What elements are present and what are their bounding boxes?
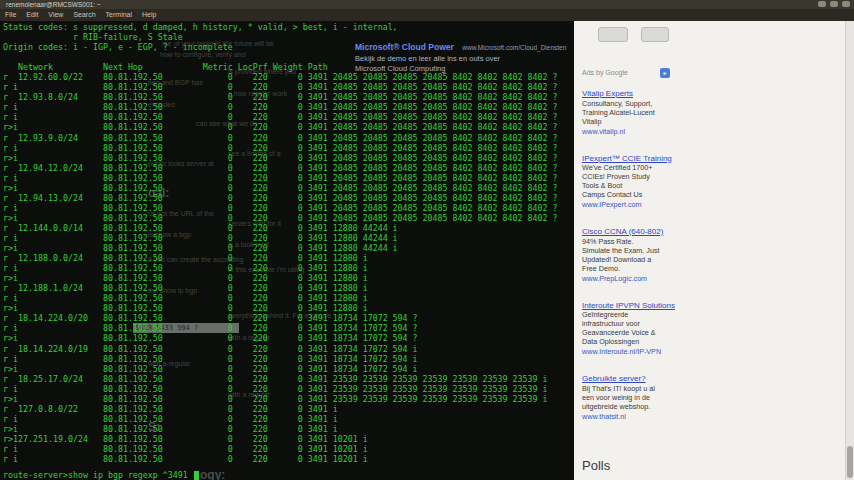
menu-bar: FileEditViewSearchTerminalHelp — [0, 9, 854, 21]
ad-block: IPexpert™ CCIE TrainingWe've Certified 1… — [582, 154, 694, 210]
ad-text: Consultancy, Support, — [582, 99, 694, 108]
ad-text: Geavanceerde Voice & — [582, 328, 694, 337]
ad-text: Simulate the Exam. Just — [582, 246, 694, 255]
ad-text: Camps Contact Us — [582, 190, 694, 199]
ad-text: Data Oplossingen — [582, 337, 694, 346]
terminal-body[interactable]: Status codes: s suppressed, d damped, h … — [3, 22, 557, 464]
ad-url-link[interactable]: www.Interoute.nl/IP-VPN — [582, 347, 694, 356]
page-scrollbar[interactable] — [845, 21, 854, 480]
ad-block: Gebruikte server?Bij That's IT! koopt u … — [582, 374, 694, 421]
menu-help[interactable]: Help — [142, 9, 156, 21]
ad-text: een voor weinig in de — [582, 393, 694, 402]
terminal-window[interactable]: me of your tasks in the future will beho… — [0, 21, 574, 480]
ad-text: Free Demo. — [582, 264, 694, 273]
share-widget-button-2[interactable] — [641, 27, 669, 42]
ad-title-link[interactable]: Cisco CCNA (640-802) — [582, 227, 694, 237]
ads-list: Vitalip ExpertsConsultancy, Support,Trai… — [582, 89, 694, 439]
ad-url-link[interactable]: www.vitalip.nl — [582, 127, 694, 136]
ad-block: Vitalip ExpertsConsultancy, Support,Trai… — [582, 89, 694, 136]
ad-block: Cisco CCNA (640-802)94% Pass Rate.Simula… — [582, 227, 694, 283]
adchoices-icon[interactable]: ▸ — [660, 68, 670, 78]
ad-title-link[interactable]: Interoute IPVPN Solutions — [582, 301, 694, 311]
window-controls — [818, 1, 850, 7]
ad-text: 94% Pass Rate. — [582, 237, 694, 246]
close-button[interactable] — [842, 1, 850, 7]
prompt-line[interactable]: route-server>show ip bgp regexp ^3491 — [3, 470, 199, 480]
ad-url-link[interactable]: www.PrepLogic.com — [582, 274, 694, 283]
ad-text: Tools & Boot — [582, 181, 694, 190]
ad-text: Training Alcatel-Lucent — [582, 108, 694, 117]
maximize-button[interactable] — [830, 1, 838, 7]
ad-text: We've Certified 1700+ — [582, 163, 694, 172]
ad-title-link[interactable]: Vitalip Experts — [582, 89, 694, 99]
prompt-command: route-server>show ip bgp regexp ^3491 — [3, 470, 193, 480]
menu-edit[interactable]: Edit — [26, 9, 38, 21]
ads-by-google-label: Ads by Google — [582, 69, 628, 76]
window-title: renemolenaar@RMCSWS001: ~ — [6, 1, 101, 8]
ad-url-link[interactable]: www.IPexpert.com — [582, 200, 694, 209]
terminal-cursor — [194, 471, 199, 480]
ad-text: CCIEs! Proven Study — [582, 172, 694, 181]
ad-url-link[interactable]: www.thatsit.nl — [582, 412, 694, 421]
menu-file[interactable]: File — [5, 9, 16, 21]
ad-title-link[interactable]: Gebruikte server? — [582, 374, 694, 384]
share-widget-button-1[interactable] — [598, 27, 628, 42]
ad-title-link[interactable]: IPexpert™ CCIE Training — [582, 154, 694, 164]
minimize-button[interactable] — [818, 1, 826, 7]
ad-text: Updated! Download a — [582, 255, 694, 264]
scrollbar-thumb[interactable] — [847, 446, 853, 478]
menu-view[interactable]: View — [48, 9, 63, 21]
menu-search[interactable]: Search — [73, 9, 95, 21]
ad-block: Interoute IPVPN SolutionsGeïntegreerdein… — [582, 301, 694, 357]
ghost-text: ogy: — [200, 468, 225, 480]
ad-text: Bij That's IT! koopt u al — [582, 384, 694, 393]
window-titlebar: renemolenaar@RMCSWS001: ~ — [0, 0, 854, 9]
browser-page: Ads by Google ▸ Vitalip ExpertsConsultan… — [574, 21, 854, 480]
ad-text: Vitalip — [582, 117, 694, 126]
polls-heading: Polls — [582, 458, 610, 473]
ad-text: infrastructuur voor — [582, 319, 694, 328]
ad-text: Geïntegreerde — [582, 310, 694, 319]
menu-terminal[interactable]: Terminal — [106, 9, 132, 21]
ad-text: uitgebreide webshop. — [582, 402, 694, 411]
